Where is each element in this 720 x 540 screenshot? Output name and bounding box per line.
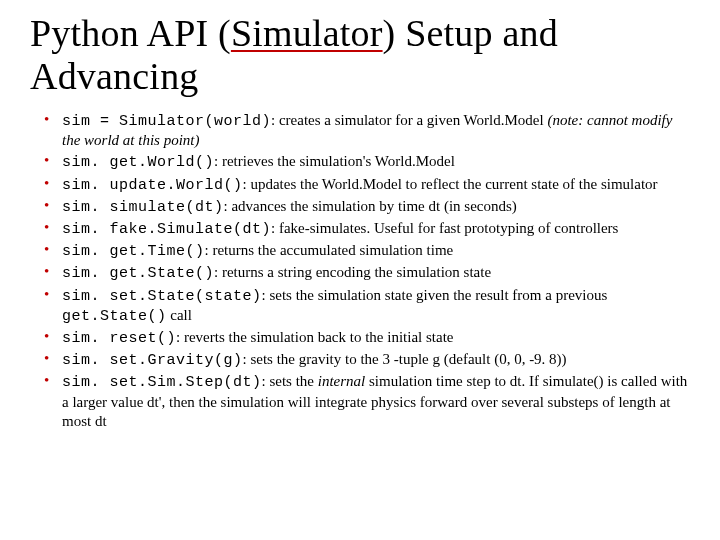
api-code: sim. fake.Simulate(dt) xyxy=(62,221,271,238)
api-code: sim. simulate(dt) xyxy=(62,199,224,216)
api-code: sim. reset() xyxy=(62,330,176,347)
list-item: sim. get.World(): retrieves the simulati… xyxy=(42,152,692,172)
list-item: sim. get.State(): returns a string encod… xyxy=(42,263,692,283)
api-code: sim. get.World() xyxy=(62,154,214,171)
api-desc: : updates the World.Model to reflect the… xyxy=(243,176,658,192)
api-code2: get.State() xyxy=(62,308,167,325)
api-desc2: call xyxy=(167,307,192,323)
api-code: sim. get.Time() xyxy=(62,243,205,260)
simulator-link[interactable]: Simulator xyxy=(231,12,383,54)
api-desc: : sets the gravity to the 3 -tuple g (de… xyxy=(243,351,567,367)
api-code: sim. set.Sim.Step(dt) xyxy=(62,374,262,391)
api-desc: : creates a simulator for a given World.… xyxy=(271,112,547,128)
api-desc: : sets the simulation state given the re… xyxy=(262,287,608,303)
api-list: sim = Simulator(world): creates a simula… xyxy=(30,111,692,431)
api-italic: internal xyxy=(318,373,366,389)
api-desc: : retrieves the simulation's World.Model xyxy=(214,153,455,169)
slide-title: Python API (Simulator) Setup and Advanci… xyxy=(30,12,692,97)
list-item: sim. set.Sim.Step(dt): sets the internal… xyxy=(42,372,692,431)
api-desc: : sets the xyxy=(262,373,318,389)
list-item: sim. set.State(state): sets the simulati… xyxy=(42,286,692,326)
list-item: sim. reset(): reverts the simulation bac… xyxy=(42,328,692,348)
list-item: sim = Simulator(world): creates a simula… xyxy=(42,111,692,150)
api-code: sim. set.Gravity(g) xyxy=(62,352,243,369)
api-desc: : fake-simulates. Useful for fast protot… xyxy=(271,220,618,236)
api-desc: : reverts the simulation back to the ini… xyxy=(176,329,453,345)
api-desc: : returns a string encoding the simulati… xyxy=(214,264,491,280)
list-item: sim. get.Time(): returns the accumulated… xyxy=(42,241,692,261)
title-pre: Python API ( xyxy=(30,12,231,54)
api-code: sim. set.State(state) xyxy=(62,288,262,305)
list-item: sim. simulate(dt): advances the simulati… xyxy=(42,197,692,217)
api-code: sim. update.World() xyxy=(62,177,243,194)
api-code: sim = Simulator(world) xyxy=(62,113,271,130)
list-item: sim. set.Gravity(g): sets the gravity to… xyxy=(42,350,692,370)
api-desc: : advances the simulation by time dt (in… xyxy=(224,198,517,214)
list-item: sim. update.World(): updates the World.M… xyxy=(42,175,692,195)
api-desc: : returns the accumulated simulation tim… xyxy=(205,242,454,258)
slide: Python API (Simulator) Setup and Advanci… xyxy=(0,0,720,540)
api-code: sim. get.State() xyxy=(62,265,214,282)
list-item: sim. fake.Simulate(dt): fake-simulates. … xyxy=(42,219,692,239)
